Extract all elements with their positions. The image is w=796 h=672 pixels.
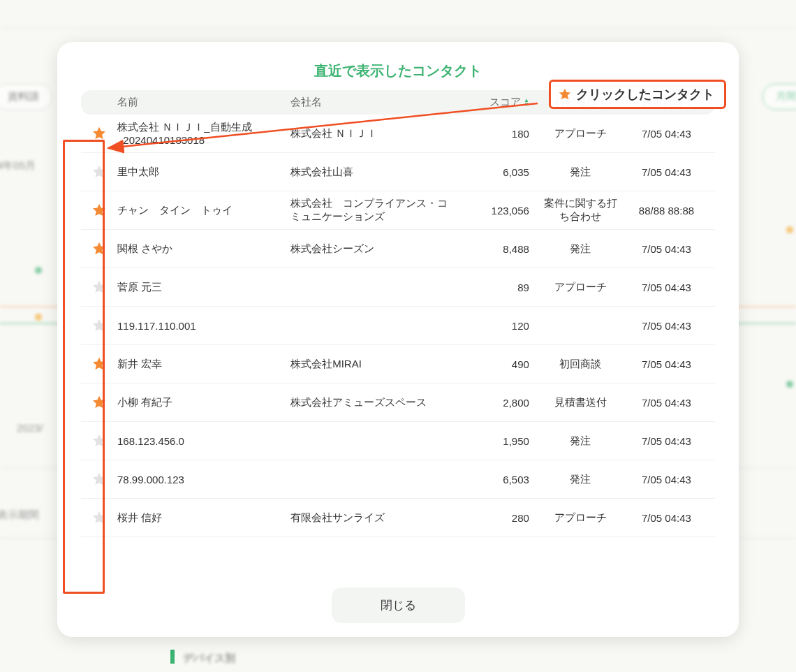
date-cell: 7/05 04:43 [625, 320, 708, 332]
date-cell: 7/05 04:43 [625, 512, 708, 524]
table-row[interactable]: 168.123.456.01,950発注7/05 04:43 [81, 422, 715, 460]
company-cell: 株式会社MIRAI [290, 358, 464, 371]
action-cell: 発注 [536, 434, 625, 448]
score-cell: 490 [464, 358, 536, 370]
star-cell[interactable] [81, 241, 117, 256]
star-cell[interactable] [81, 510, 117, 525]
date-cell: 7/05 04:43 [625, 243, 708, 255]
score-cell: 280 [464, 512, 536, 524]
score-cell: 2,800 [464, 397, 536, 409]
star-cell[interactable] [81, 356, 117, 372]
star-icon[interactable] [91, 395, 107, 410]
contacts-table: 名前 会社名 スコア▲▼ 行動履歴▲▼ 表示日時▲▼ 株式会社 ＮＩＪＩ_自動生… [81, 90, 715, 537]
score-cell: 6,035 [464, 166, 536, 178]
col-header-company: 会社名 [290, 96, 464, 109]
date-cell: 88/88 88:88 [625, 205, 708, 217]
bg-device-label: デバイス別 [183, 652, 235, 665]
annotation-callout-text: クリックしたコンタクト [576, 86, 714, 103]
star-icon[interactable] [91, 203, 107, 218]
action-cell: 見積書送付 [536, 396, 625, 409]
score-cell: 120 [464, 320, 536, 332]
sort-icon: ▲▼ [524, 98, 529, 107]
score-cell: 89 [464, 282, 536, 293]
name-cell: 119.117.110.001 [117, 320, 290, 332]
action-cell: アプローチ [536, 127, 625, 140]
action-cell: 発注 [536, 242, 625, 256]
name-cell: 里中太郎 [117, 166, 290, 179]
star-cell[interactable] [81, 279, 117, 295]
star-icon[interactable] [91, 241, 107, 256]
table-row[interactable]: 小柳 有紀子株式会社アミューズスペース2,800見積書送付7/05 04:43 [81, 384, 715, 422]
company-cell: 株式会社 ＮＩＪＩ [290, 127, 464, 140]
close-button[interactable]: 閉じる [332, 587, 465, 623]
table-row[interactable]: 株式会社 ＮＩＪＩ_自動生成_20240410183018株式会社 ＮＩＪＩ18… [81, 115, 715, 153]
star-icon[interactable] [91, 356, 107, 372]
name-cell: 関根 さやか [117, 242, 290, 256]
table-row[interactable]: 里中太郎株式会社山喜6,035発注7/05 04:43 [81, 153, 715, 191]
star-icon[interactable] [91, 433, 107, 448]
score-cell: 180 [464, 128, 536, 140]
bg-pill-right: 月間 [762, 84, 796, 110]
table-row[interactable]: 関根 さやか株式会社シーズン8,488発注7/05 04:43 [81, 230, 715, 268]
table-row[interactable]: 119.117.110.0011207/05 04:43 [81, 307, 715, 345]
bg-range: 表示期間 [0, 509, 39, 522]
col-header-name: 名前 [117, 96, 290, 109]
action-cell: 発注 [536, 166, 625, 179]
date-cell: 7/05 04:43 [625, 397, 708, 409]
star-cell[interactable] [81, 472, 117, 487]
date-cell: 7/05 04:43 [625, 435, 708, 447]
company-cell: 株式会社シーズン [290, 242, 464, 256]
bg-pill-left: 資料請 [0, 84, 52, 110]
star-icon[interactable] [91, 126, 107, 141]
annotation-callout: クリックしたコンタクト [549, 80, 726, 109]
star-icon[interactable] [91, 472, 107, 487]
score-cell: 6,503 [464, 474, 536, 485]
table-row[interactable]: 菅原 元三89アプローチ7/05 04:43 [81, 268, 715, 307]
table-row[interactable]: 78.99.000.1236,503発注7/05 04:43 [81, 460, 715, 499]
star-cell[interactable] [81, 126, 117, 141]
date-cell: 7/05 04:43 [625, 128, 708, 140]
name-cell: 小柳 有紀子 [117, 396, 290, 409]
company-cell: 株式会社 コンプライアンス・コミュニケーションズ [290, 197, 464, 224]
star-cell[interactable] [81, 433, 117, 448]
date-cell: 7/05 04:43 [625, 358, 708, 370]
recent-contacts-modal: 直近で表示したコンタクト 名前 会社名 スコア▲▼ 行動履歴▲▼ 表示日時▲▼ … [57, 42, 739, 637]
name-cell: 桜井 信好 [117, 511, 290, 525]
star-icon[interactable] [91, 279, 107, 295]
table-row[interactable]: 新井 宏幸株式会社MIRAI490初回商談7/05 04:43 [81, 345, 715, 384]
col-header-score[interactable]: スコア▲▼ [464, 96, 536, 109]
star-icon[interactable] [91, 510, 107, 525]
star-icon [558, 87, 572, 101]
name-cell: 78.99.000.123 [117, 474, 290, 485]
score-cell: 123,056 [464, 205, 536, 217]
star-icon[interactable] [91, 318, 107, 333]
name-cell: 株式会社 ＮＩＪＩ_自動生成_20240410183018 [117, 121, 290, 146]
table-row[interactable]: 桜井 信好有限会社サンライズ280アプローチ7/05 04:43 [81, 499, 715, 537]
action-cell: 発注 [536, 473, 625, 486]
star-cell[interactable] [81, 203, 117, 218]
action-cell: 初回商談 [536, 358, 625, 371]
star-cell[interactable] [81, 318, 117, 333]
table-body: 株式会社 ＮＩＪＩ_自動生成_20240410183018株式会社 ＮＩＪＩ18… [81, 115, 715, 537]
action-cell: 案件に関する打ち合わせ [536, 197, 625, 224]
company-cell: 株式会社アミューズスペース [290, 396, 464, 409]
name-cell: 菅原 元三 [117, 281, 290, 294]
star-icon[interactable] [91, 164, 107, 180]
score-cell: 8,488 [464, 243, 536, 255]
modal-title: 直近で表示したコンタクト [81, 61, 715, 80]
device-indicator-bar [170, 650, 175, 664]
name-cell: 168.123.456.0 [117, 435, 290, 447]
date-cell: 7/05 04:43 [625, 166, 708, 178]
star-cell[interactable] [81, 395, 117, 410]
date-cell: 7/05 04:43 [625, 282, 708, 293]
company-cell: 有限会社サンライズ [290, 511, 464, 525]
action-cell: アプローチ [536, 511, 625, 525]
date-cell: 7/05 04:43 [625, 474, 708, 485]
score-cell: 1,950 [464, 435, 536, 447]
action-cell: アプローチ [536, 281, 625, 294]
star-cell[interactable] [81, 164, 117, 180]
name-cell: 新井 宏幸 [117, 358, 290, 371]
table-row[interactable]: チャン タイン トゥイ株式会社 コンプライアンス・コミュニケーションズ123,0… [81, 191, 715, 230]
name-cell: チャン タイン トゥイ [117, 204, 290, 217]
company-cell: 株式会社山喜 [290, 166, 464, 179]
